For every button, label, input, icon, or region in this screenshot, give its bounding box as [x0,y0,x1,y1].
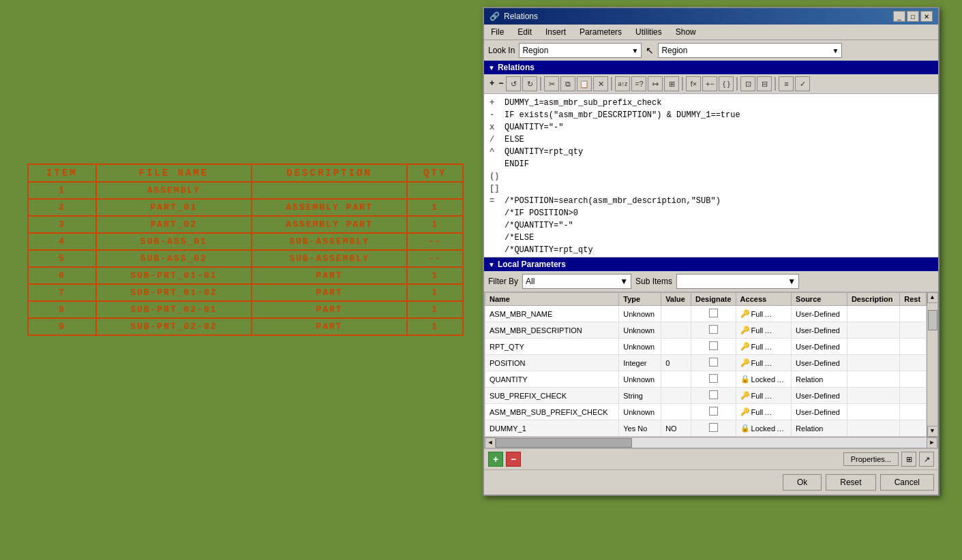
ok-button[interactable]: Ok [783,474,822,491]
delete-button[interactable]: ✕ [593,76,608,91]
filter-button[interactable]: ⊟ [757,76,772,91]
param-designate[interactable] [691,404,736,420]
code-content: IF exists("asm_mbr_DESCRIPTION") & DUMMY… [505,109,740,121]
params-table-scroll[interactable]: Name Type Value Designate Access Source … [485,292,927,437]
maximize-button[interactable]: □ [907,11,919,22]
relation-button[interactable]: ⊡ [740,76,755,91]
list-button[interactable]: ≡ [779,76,794,91]
h-scroll-thumb[interactable] [496,438,632,448]
menu-show[interactable]: Show [673,26,699,38]
param-designate[interactable] [691,355,736,371]
curly-button[interactable]: { } [719,76,734,91]
fx-button[interactable]: f× [686,76,701,91]
minimize-button[interactable]: _ [893,11,905,22]
menu-insert[interactable]: Insert [543,26,569,38]
menu-utilities[interactable]: Utilities [633,26,665,38]
lookin-dropdown2[interactable]: Region ▼ [658,43,842,58]
lookin-label: Look In [488,46,515,55]
param-source: User-Defined [792,388,847,404]
cut-button[interactable]: ✂ [544,76,559,91]
cell-filename: SUB-PRT_01-02 [96,284,252,301]
access-more[interactable]: … [764,343,772,351]
scroll-right-button[interactable]: ▶ [927,437,937,448]
access-more[interactable]: … [777,424,784,433]
bracket-button[interactable]: +− [702,76,717,91]
collapse-arrow2-icon[interactable]: ▼ [488,261,495,268]
cancel-button[interactable]: Cancel [880,474,934,491]
col-header-item: ITEM [28,164,96,182]
param-description [847,339,899,355]
col-access: Access [736,293,791,306]
access-more[interactable]: … [764,310,772,318]
menu-edit[interactable]: Edit [515,26,535,38]
subitems-dropdown[interactable]: ▼ [676,274,799,289]
code-line: -IF exists("asm_mbr_DESCRIPTION") & DUMM… [490,109,933,121]
col-type: Type [619,293,661,306]
plus-label: + [488,79,496,89]
close-button[interactable]: ✕ [920,11,933,22]
param-designate[interactable] [691,388,736,404]
cell-filename: SUB-PRT_02-01 [96,301,252,318]
sort-button[interactable]: a↑z [615,76,630,91]
cell-filename: SUB-ASS_02 [96,250,252,267]
param-designate[interactable] [691,322,736,339]
param-designate[interactable] [691,371,736,388]
param-source: Relation [792,371,847,388]
code-content: QUANTITY=rpt_qty [505,146,583,158]
param-designate[interactable] [691,420,736,437]
scroll-thumb[interactable] [928,310,937,330]
export-icon-button[interactable]: ↗ [919,452,934,467]
collapse-arrow-icon[interactable]: ▼ [488,64,495,72]
redo-button[interactable]: ↻ [522,76,537,91]
vertical-scrollbar[interactable]: ▲ ▼ [927,292,937,437]
cursor-icon[interactable]: ↖ [646,45,654,56]
param-rest [900,355,927,371]
table-icon-button[interactable]: ⊞ [901,452,916,467]
param-access: 🔑Full… [736,404,791,420]
reset-button[interactable]: Reset [826,474,875,491]
access-more[interactable]: … [764,392,772,400]
remove-parameter-button[interactable]: − [506,452,521,467]
param-row: ASM_MBR_DESCRIPTIONUnknown🔑Full…User-Def… [485,322,927,339]
access-more[interactable]: … [764,326,772,335]
paste-button[interactable]: 📋 [577,76,592,91]
scroll-up-button[interactable]: ▲ [927,292,938,303]
scroll-left-button[interactable]: ◀ [485,437,496,448]
undo-button[interactable]: ↺ [506,76,521,91]
access-more[interactable]: … [777,375,784,384]
param-source: User-Defined [792,355,847,371]
arrow-button[interactable]: ↦ [648,76,663,91]
equals-button[interactable]: =? [631,76,646,91]
param-designate[interactable] [691,306,736,322]
params-table: Name Type Value Designate Access Source … [485,292,927,437]
code-line: /*ELSE [490,232,933,244]
table-row: 8SUB-PRT_02-01PART1 [28,301,463,318]
scroll-down-button[interactable]: ▼ [927,426,938,437]
menu-parameters[interactable]: Parameters [577,26,625,38]
param-designate[interactable] [691,339,736,355]
filter-dropdown[interactable]: All ▼ [522,274,631,289]
horizontal-scrollbar[interactable]: ◀ ▶ [485,437,937,448]
bottom-toolbar: + − Properties... ⊞ ↗ [484,448,938,469]
code-marker: - [490,109,500,121]
relations-dialog: 🔗 Relations _ □ ✕ File Edit Insert Param… [483,7,940,496]
access-label: Locked [751,424,775,433]
function-button[interactable]: ⊞ [664,76,679,91]
access-label: Full [751,408,764,416]
dialog-title: Relations [504,12,538,21]
access-more[interactable]: … [764,408,772,416]
check-button[interactable]: ✓ [795,76,810,91]
subitems-chevron-icon: ▼ [787,277,796,286]
properties-button[interactable]: Properties... [843,452,899,466]
col-header-filename: FILE NAME [96,164,252,182]
copy-button[interactable]: ⧉ [560,76,575,91]
add-parameter-button[interactable]: + [488,452,503,467]
code-editor[interactable]: +DUMMY_1=asm_mbr_sub_prefix_check-IF exi… [484,94,938,258]
param-access: 🔑Full… [736,388,791,404]
lookin-dropdown1[interactable]: Region ▼ [519,43,642,58]
param-row: QUANTITYUnknown🔒Locked…Relation [485,371,927,388]
code-line: =/*POSITION=search(asm_mbr_description,"… [490,195,933,207]
checkbox-icon [709,358,718,367]
menu-file[interactable]: File [488,26,507,38]
access-more[interactable]: … [764,359,772,367]
